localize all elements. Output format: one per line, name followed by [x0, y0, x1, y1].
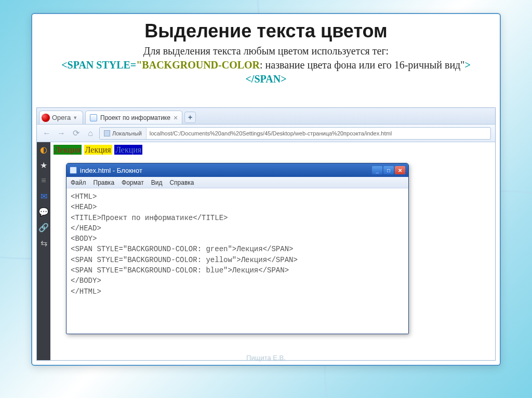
tab-strip: Opera ▼ Проект по информатике × + [37, 108, 495, 125]
code-line: <SPAN STYLE="BACKGROUND-COLOR: yellow">Л… [71, 256, 298, 264]
home-button[interactable]: ⌂ [85, 128, 96, 139]
page-content: Лекция Лекция Лекция index.html - Блокно… [50, 142, 495, 360]
tab-title: Проект по информатике [100, 114, 170, 121]
menu-edit[interactable]: Правка [94, 179, 115, 186]
address-bar[interactable]: Локальный localhost/C:/Documents%20and%2… [99, 127, 491, 140]
side-panel: ◐ ★ ≡ ✉ 💬 🔗 ⇆ [37, 142, 50, 360]
notepad-icon [70, 167, 77, 174]
tag-bgcolor: "BACKGROUND-COLOR [136, 59, 260, 71]
nav-toolbar: ← → ⟳ ⌂ Локальный localhost/C:/Documents… [37, 125, 495, 142]
menu-view[interactable]: Вид [151, 179, 163, 186]
menu-help[interactable]: Справка [169, 179, 194, 186]
notepad-text-area[interactable]: <HTML> <HEAD> <TITLE>Проект по информати… [66, 188, 408, 334]
close-tab-icon[interactable]: × [174, 114, 178, 121]
highlight-green: Лекция [54, 145, 82, 155]
page-body: ◐ ★ ≡ ✉ 💬 🔗 ⇆ Лекция Лекция Лекция index… [37, 142, 495, 360]
slide-subtitle: Для выделения текста любым цветом исполь… [32, 44, 500, 86]
opera-icon [42, 114, 50, 122]
code-line: <SPAN STYLE="BACKGROUND-COLOR: blue">Лек… [71, 266, 289, 275]
back-button[interactable]: ← [41, 128, 52, 139]
opera-label: Opera [52, 114, 71, 121]
footer-credit: Пищита Е.В. [32, 354, 500, 362]
notepad-window: index.html - Блокнот _ □ ✕ Файл Правка Ф… [66, 163, 409, 334]
code-line: <HEAD> [71, 203, 97, 211]
sync-icon[interactable]: ⇆ [39, 239, 48, 247]
slide-title: Выделение текста цветом [32, 14, 500, 44]
address-path: localhost/C:/Documents%20and%20Settings/… [147, 130, 395, 136]
highlight-blue: Лекция [114, 145, 142, 155]
code-line: </HEAD> [71, 224, 101, 232]
link-icon[interactable]: 🔗 [39, 223, 48, 231]
highlight-yellow: Лекция [84, 145, 112, 155]
opera-menu-button[interactable]: Opera ▼ [39, 111, 83, 124]
browser-tab[interactable]: Проект по информатике × [85, 111, 182, 124]
code-line: <SPAN STYLE="BACKGROUND-COLOR: green">Ле… [71, 245, 293, 253]
code-line: </HTML> [71, 287, 101, 296]
feed-icon[interactable]: ≡ [39, 176, 48, 185]
menu-file[interactable]: Файл [71, 179, 86, 186]
star-icon[interactable]: ★ [39, 161, 48, 169]
code-line: <TITLE>Проект по информатике</TITLE> [71, 214, 228, 222]
minimize-button[interactable]: _ [372, 166, 382, 174]
subtitle-text-1: Для выделения текста любым цветом исполь… [143, 45, 389, 57]
slide-frame: Выделение текста цветом Для выделения те… [31, 13, 501, 366]
notepad-menubar: Файл Правка Формат Вид Справка [66, 177, 408, 188]
close-button[interactable]: ✕ [395, 166, 405, 174]
notepad-titlebar[interactable]: index.html - Блокнот _ □ ✕ [66, 163, 408, 177]
window-buttons: _ □ ✕ [372, 166, 405, 174]
tag-open-span: <SPAN STYLE= [61, 59, 136, 71]
code-line: </BODY> [71, 277, 101, 285]
chat-icon[interactable]: 💬 [39, 208, 48, 216]
address-local-label: Локальный [112, 130, 142, 136]
browser-window: Opera ▼ Проект по информатике × + ← → ⟳ … [36, 107, 496, 361]
notepad-title-text: index.html - Блокнот [80, 167, 142, 174]
code-line: <HTML> [71, 193, 97, 201]
subtitle-text-2: : название цвета фона или его 16-ричный … [260, 59, 464, 71]
forward-button[interactable]: → [56, 128, 67, 139]
local-icon [104, 130, 110, 136]
maximize-button[interactable]: □ [383, 166, 394, 174]
new-tab-button[interactable]: + [184, 112, 196, 123]
bookmark-icon[interactable]: ◐ [39, 145, 48, 154]
mail-icon[interactable]: ✉ [39, 192, 48, 200]
chevron-down-icon: ▼ [73, 115, 77, 120]
page-icon [90, 114, 97, 121]
address-origin: Локальный [100, 128, 147, 139]
code-line: <BODY> [71, 235, 97, 243]
menu-format[interactable]: Формат [122, 179, 144, 186]
reload-button[interactable]: ⟳ [70, 128, 82, 139]
